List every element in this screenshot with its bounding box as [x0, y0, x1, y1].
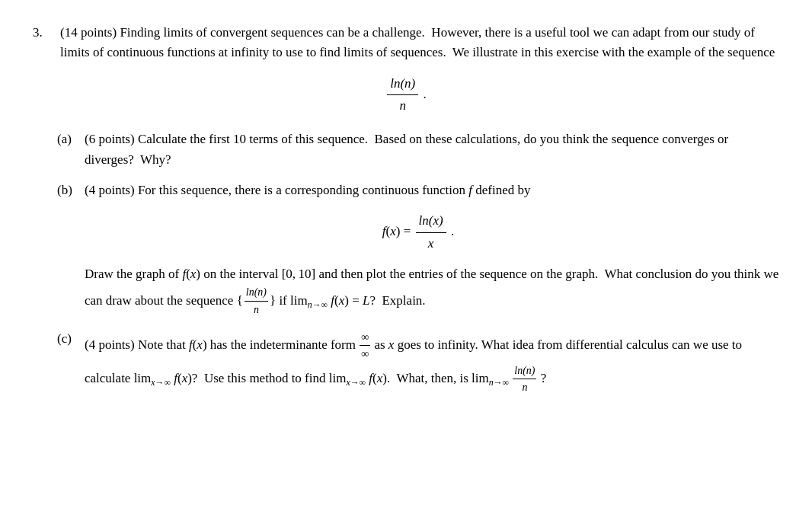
part-c-final-den: n — [520, 379, 529, 396]
part-b-inline-den: n — [252, 302, 261, 318]
part-c-label: (c) — [57, 329, 80, 349]
left-brace: { — [237, 291, 243, 311]
part-c-inf-num: ∞ — [360, 329, 370, 347]
part-b-text1: For this sequence, there is a correspond… — [138, 183, 531, 197]
part-c-points: (4 points) — [85, 337, 135, 352]
part-b-label: (b) — [57, 181, 80, 200]
main-fraction-denominator: n — [397, 95, 410, 116]
part-c-lim2-sub: x→∞ — [346, 377, 366, 388]
part-a-points: (6 points) — [85, 132, 135, 146]
part-a-header: (a) (6 points) Calculate the first 10 te… — [57, 129, 779, 170]
main-formula-period: . — [424, 86, 427, 101]
part-c-inf-den: ∞ — [360, 346, 370, 363]
part-a-content: (6 points) Calculate the first 10 terms … — [85, 129, 779, 170]
part-c-header: (c) (4 points) Note that f(x) has the in… — [57, 329, 779, 396]
part-b-set-notation: { ln(n) n } — [237, 284, 276, 318]
problem-number: 3. — [33, 23, 54, 43]
part-b-lim-sub: n→∞ — [308, 300, 328, 311]
part-b-fraction-numerator: ln(x) — [416, 211, 446, 232]
part-b-formula-period: . — [451, 224, 454, 238]
part-b-fraction: ln(x) x — [416, 211, 446, 254]
part-b-formula: f(x) = ln(x) x . — [57, 211, 779, 254]
part-b-cont-text: Draw the graph of f(x) on the interval [… — [85, 267, 778, 308]
part-a-label: (a) — [57, 129, 80, 149]
part-b: (b) (4 points) For this sequence, there … — [57, 181, 779, 318]
part-a-text: Calculate the first 10 terms of this seq… — [85, 132, 728, 166]
part-b-content: (4 points) For this sequence, there is a… — [85, 181, 779, 200]
part-b-if-text: if limn→∞ f(x) = L? Explain. — [279, 293, 425, 308]
part-b-inline-fraction: ln(n) n — [245, 284, 268, 318]
part-b-continuation: Draw the graph of f(x) on the interval [… — [85, 264, 779, 318]
main-fraction-numerator: ln(n) — [387, 74, 418, 95]
part-c-lim3-sub: n→∞ — [489, 377, 509, 388]
right-brace: } — [270, 291, 276, 311]
part-c-lim1-sub: x→∞ — [151, 377, 171, 388]
part-b-fraction-denominator: x — [425, 233, 437, 254]
problem-container: 3. (14 points) Finding limits of converg… — [33, 23, 779, 396]
part-b-formula-lhs-paren: (x) = — [386, 224, 414, 238]
part-c-text1: Note that f(x) has the indeterminante fo… — [138, 337, 359, 352]
part-c-as-text: as x goes to infinity. — [374, 337, 478, 352]
main-sequence-formula: ln(n) n . — [33, 74, 779, 117]
main-fraction: ln(n) n — [387, 74, 418, 117]
problem-intro-block: (14 points) Finding limits of convergent… — [60, 23, 779, 63]
part-a: (a) (6 points) Calculate the first 10 te… — [57, 129, 779, 170]
part-c-final-fraction: ln(n) n — [513, 363, 536, 396]
problem-intro-text: Finding limits of convergent sequences c… — [60, 25, 775, 59]
part-c: (c) (4 points) Note that f(x) has the in… — [57, 329, 779, 396]
part-b-inline-num: ln(n) — [245, 284, 268, 302]
part-c-final-q: ? — [541, 371, 547, 385]
part-c-content: (4 points) Note that f(x) has the indete… — [85, 329, 779, 396]
part-c-inf-fraction: ∞ ∞ — [360, 329, 370, 363]
problem-header: 3. (14 points) Finding limits of converg… — [33, 23, 779, 63]
part-b-header: (b) (4 points) For this sequence, there … — [57, 181, 779, 200]
part-b-points: (4 points) — [85, 183, 135, 197]
problem-points: (14 points) — [60, 25, 117, 40]
part-c-final-num: ln(n) — [513, 363, 536, 380]
